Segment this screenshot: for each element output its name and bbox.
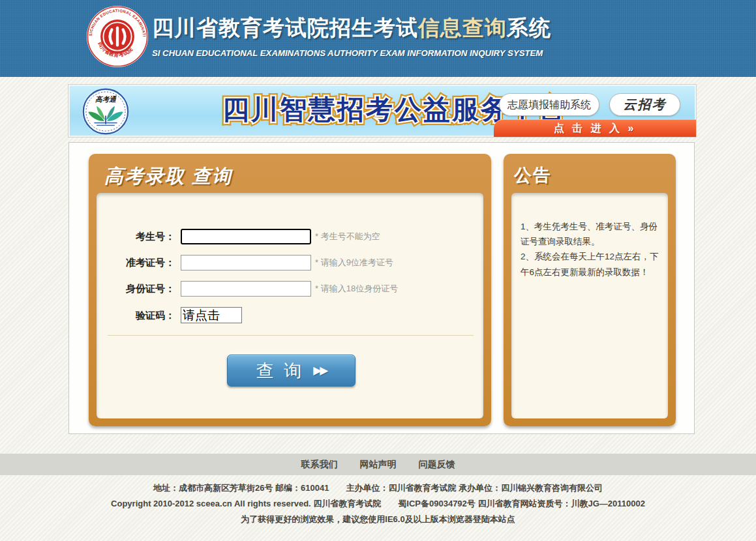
announcement-title: 公告 bbox=[514, 164, 552, 187]
exam-number-row: 考生号： * 考生号不能为空 bbox=[97, 228, 483, 245]
query-submit-button[interactable]: 查 询 ▶▶ bbox=[227, 355, 355, 387]
captcha-label: 验证码： bbox=[97, 307, 175, 324]
svg-text:高考通: 高考通 bbox=[95, 95, 117, 103]
double-arrow-icon: ▶▶ bbox=[313, 364, 326, 377]
header-titles: 四川省教育考试院招生考试信息查询系统 SI CHUAN EDUCATIONAL … bbox=[152, 14, 551, 58]
admission-ticket-hint: * 请输入9位准考证号 bbox=[315, 254, 393, 271]
gaokaotong-logo-icon: 高考通 bbox=[82, 87, 130, 136]
authority-logo-icon: SICHUAN EDUCATIONAL EXAMINATIONS AUTHORI… bbox=[86, 5, 149, 68]
page-subtitle-en: SI CHUAN EDUCATIONAL EXAMINATIONS AUTHOR… bbox=[152, 48, 551, 58]
id-number-input[interactable] bbox=[181, 281, 311, 297]
admission-query-panel: 高考录取 查询 考生号： * 考生号不能为空 准考证号： * 请输入9位准考证号… bbox=[89, 154, 491, 426]
form-divider bbox=[108, 335, 474, 336]
captcha-row: 验证码： bbox=[97, 307, 483, 324]
exam-number-input[interactable] bbox=[181, 229, 311, 244]
admission-ticket-label: 准考证号： bbox=[97, 254, 175, 271]
id-number-row: 身份证号： * 请输入18位身份证号 bbox=[97, 280, 483, 297]
footer-links-bar: 联系我们 网站声明 问题反馈 bbox=[0, 454, 756, 475]
copyright-license-line: Copyright 2010-2012 sceea.cn All rights … bbox=[0, 499, 756, 508]
page-title-highlight: 信息查询 bbox=[418, 16, 507, 40]
cloud-exam-button[interactable]: 云招考 bbox=[609, 93, 680, 116]
announcement-text: 1、考生凭考生号、准考证号、身份证号查询录取结果。 2、系统会在每天上午12点左… bbox=[521, 219, 661, 280]
page-title: 四川省教育考试院招生考试信息查询系统 bbox=[152, 14, 551, 43]
id-number-label: 身份证号： bbox=[97, 280, 175, 297]
announcement-panel: 公告 1、考生凭考生号、准考证号、身份证号查询录取结果。 2、系统会在每天上午1… bbox=[504, 154, 676, 426]
copyright-block: 地址：成都市高新区芳草街26号 邮编：610041 主办单位：四川省教育考试院 … bbox=[0, 483, 756, 530]
copyright-address-line: 地址：成都市高新区芳草街26号 邮编：610041 主办单位：四川省教育考试院 … bbox=[0, 483, 756, 493]
copyright-browser-line: 为了获得更好的浏览效果，建议您使用IE6.0及以上版本浏览器登陆本站点 bbox=[0, 514, 756, 524]
platform-banner: 高考通 四川智慧招考公益服务平台 四川智慧招考公益服务平台 四川智慧招考公益服务… bbox=[68, 85, 696, 137]
announcement-inner: 1、考生凭考生号、准考证号、身份证号查询录取结果。 2、系统会在每天上午12点左… bbox=[511, 193, 668, 418]
admission-ticket-row: 准考证号： * 请输入9位准考证号 bbox=[97, 254, 483, 271]
click-enter-strip[interactable]: 点 击 进 入 » bbox=[494, 119, 696, 137]
footer-link-contact[interactable]: 联系我们 bbox=[301, 459, 338, 471]
captcha-input[interactable] bbox=[181, 307, 242, 323]
query-panel-title: 高考录取 查询 bbox=[104, 164, 232, 190]
main-content-box: 高考录取 查询 考生号： * 考生号不能为空 准考证号： * 请输入9位准考证号… bbox=[68, 142, 695, 434]
footer-link-statement[interactable]: 网站声明 bbox=[360, 459, 397, 471]
announcement-line: 1、考生凭考生号、准考证号、身份证号查询录取结果。 bbox=[521, 219, 661, 249]
admission-ticket-input[interactable] bbox=[181, 255, 311, 270]
site-header: SICHUAN EDUCATIONAL EXAMINATIONS AUTHORI… bbox=[0, 0, 756, 77]
query-form: 考生号： * 考生号不能为空 准考证号： * 请输入9位准考证号 身份证号： *… bbox=[97, 193, 483, 418]
exam-number-label: 考生号： bbox=[97, 228, 175, 245]
exam-number-hint: * 考生号不能为空 bbox=[315, 228, 380, 245]
id-number-hint: * 请输入18位身份证号 bbox=[315, 280, 398, 297]
volunteer-assist-button[interactable]: 志愿填报辅助系统 bbox=[499, 93, 599, 116]
footer-link-feedback[interactable]: 问题反馈 bbox=[419, 459, 455, 471]
announcement-line: 2、系统会在每天上午12点左右，下午6点左右更新最新的录取数据！ bbox=[521, 249, 661, 279]
